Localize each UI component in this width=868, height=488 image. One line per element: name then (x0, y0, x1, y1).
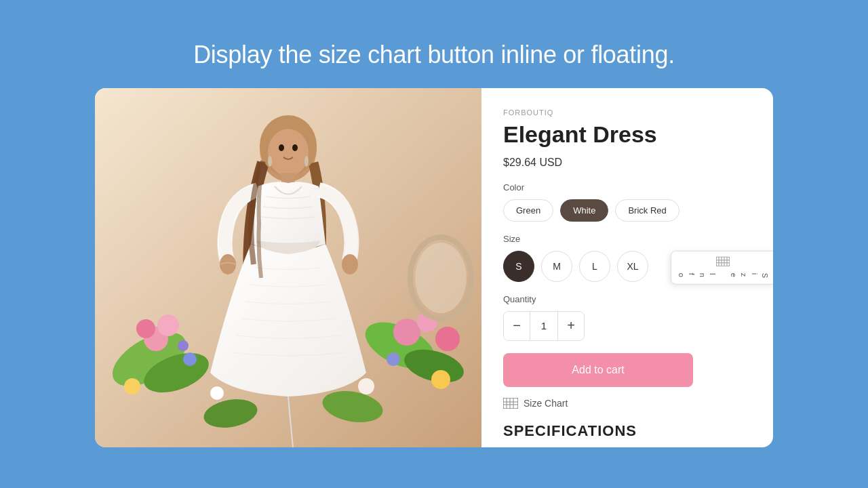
floating-size-tab[interactable]: SizeInfo (671, 251, 773, 285)
color-options: Green White Brick Red (503, 199, 751, 222)
size-m-button[interactable]: M (541, 251, 572, 282)
floating-tab-text: SizeInfo (675, 273, 770, 279)
product-price: $29.64 USD (503, 157, 751, 169)
product-title: Elegant Dress (503, 121, 751, 148)
svg-rect-33 (503, 398, 518, 409)
product-image-container (95, 88, 481, 447)
specifications-title: SPECIFICATIONS (503, 422, 751, 440)
add-to-cart-button[interactable]: Add to cart (503, 353, 693, 387)
size-label: Size (503, 234, 751, 244)
svg-point-15 (178, 340, 189, 351)
svg-point-12 (124, 378, 140, 394)
brand-name: FORBOUTIQ (503, 108, 751, 117)
svg-point-29 (268, 156, 272, 167)
svg-point-23 (268, 129, 309, 176)
svg-point-28 (342, 254, 358, 274)
size-chart-link[interactable]: Size Chart (503, 398, 751, 409)
quantity-value: 1 (530, 312, 558, 340)
product-card: FORBOUTIQ Elegant Dress $29.64 USD Color… (95, 88, 773, 447)
svg-point-13 (431, 370, 450, 389)
color-brick-red-button[interactable]: Brick Red (615, 199, 679, 222)
svg-point-8 (157, 314, 179, 336)
svg-point-16 (387, 352, 400, 366)
size-l-button[interactable]: L (579, 251, 610, 282)
quantity-decrease-button[interactable]: − (504, 312, 530, 340)
svg-point-32 (415, 243, 467, 313)
quantity-section: Quantity − 1 + (503, 294, 751, 341)
svg-point-9 (393, 319, 420, 346)
svg-point-17 (210, 386, 224, 400)
product-image-svg (95, 88, 481, 447)
svg-point-30 (304, 156, 309, 167)
quantity-increase-button[interactable]: + (558, 312, 584, 340)
color-section: Color Green White Brick Red (503, 182, 751, 222)
quantity-control: − 1 + (503, 311, 585, 341)
svg-point-18 (358, 378, 374, 394)
svg-point-24 (279, 144, 284, 151)
floating-tab-icon (716, 257, 730, 269)
svg-point-14 (183, 352, 197, 366)
color-green-button[interactable]: Green (503, 199, 553, 222)
product-details: FORBOUTIQ Elegant Dress $29.64 USD Color… (481, 88, 773, 447)
color-label: Color (503, 182, 751, 192)
product-image (95, 88, 481, 447)
quantity-label: Quantity (503, 294, 751, 304)
size-s-button[interactable]: S (503, 251, 534, 282)
svg-point-7 (136, 319, 155, 338)
svg-point-11 (435, 327, 460, 351)
page-headline: Display the size chart button inline or … (193, 41, 675, 69)
svg-point-25 (292, 144, 298, 151)
color-white-button[interactable]: White (560, 199, 608, 222)
size-chart-label: Size Chart (524, 398, 568, 409)
size-chart-icon (503, 398, 518, 409)
size-xl-button[interactable]: XL (617, 251, 648, 282)
svg-rect-39 (716, 257, 730, 266)
